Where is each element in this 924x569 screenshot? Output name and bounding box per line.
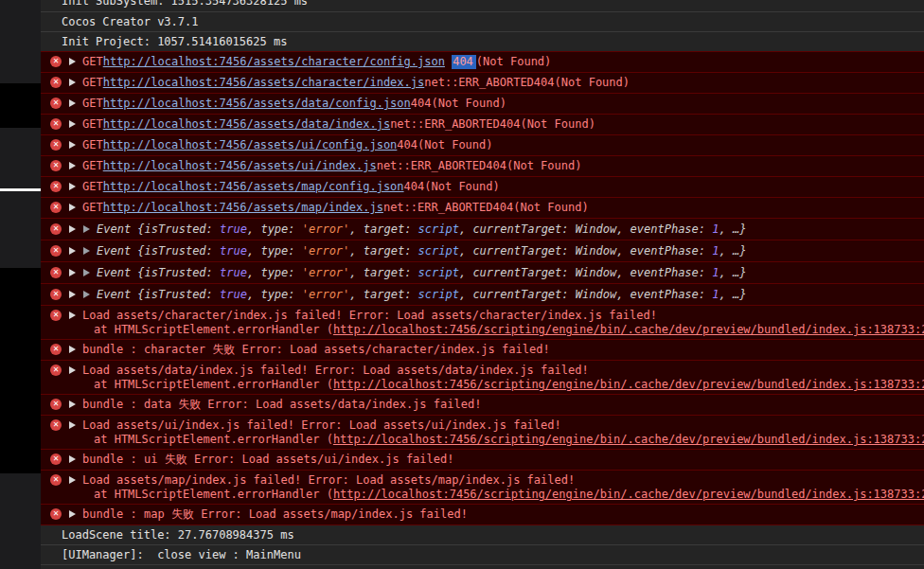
spacer	[445, 55, 452, 69]
expand-triangle-icon[interactable]	[69, 247, 76, 255]
console-input-row[interactable]: ❯	[41, 564, 924, 569]
event-token: , type:	[247, 222, 302, 236]
console-row-gutter: ✕	[50, 180, 76, 192]
console-bundle-error-row: ✕bundle : data 失败 Error: Load assets/dat…	[41, 394, 924, 415]
object-expand-triangle-icon[interactable]	[83, 269, 90, 276]
request-method-label: GET	[82, 76, 103, 90]
game-viewport-white-divider	[0, 188, 41, 191]
request-method-label: GET	[82, 97, 103, 111]
expand-triangle-icon[interactable]	[69, 421, 76, 429]
event-object-preview[interactable]: Event {isTrusted: true, type: 'error', t…	[97, 244, 746, 258]
status-code: 404	[404, 180, 425, 194]
expand-triangle-icon[interactable]	[69, 346, 76, 353]
status-note: (Not Found)	[476, 55, 551, 69]
expand-triangle-icon[interactable]	[69, 58, 76, 65]
event-object-preview[interactable]: Event {isTrusted: true, type: 'error', t…	[97, 288, 746, 302]
object-expand-triangle-icon[interactable]	[83, 225, 90, 233]
stack-source-link[interactable]: http://localhost:7456/scripting/engine/b…	[333, 488, 924, 501]
request-url-link[interactable]: http://localhost:7456/assets/character/c…	[103, 55, 445, 69]
console-bundle-error-row: ✕bundle : ui 失败 Error: Load assets/ui/in…	[41, 449, 924, 470]
stack-source-link[interactable]: http://localhost:7456/scripting/engine/b…	[333, 433, 924, 446]
error-circle-x-icon: ✕	[50, 77, 62, 88]
load-error-line1: Load assets/map/index.js failed! Error: …	[82, 473, 924, 488]
request-url-link[interactable]: http://localhost:7456/assets/character/i…	[103, 76, 425, 90]
event-token: script	[418, 288, 459, 301]
network-error-code: net::ERR_ABORTED	[377, 159, 487, 173]
expand-triangle-icon[interactable]	[69, 366, 76, 374]
event-token: Window	[576, 222, 616, 236]
game-viewport-black-block-main	[0, 268, 41, 473]
error-circle-x-icon: ✕	[50, 56, 62, 67]
expand-triangle-icon[interactable]	[69, 141, 76, 149]
expand-triangle-icon[interactable]	[69, 455, 76, 463]
expand-triangle-icon[interactable]	[69, 510, 76, 518]
event-token: true	[220, 266, 247, 279]
expand-triangle-icon[interactable]	[69, 311, 76, 319]
status-note: (Not Found)	[513, 201, 588, 215]
event-token: , …}	[720, 222, 747, 236]
console-row-gutter: ✕	[50, 138, 76, 151]
error-message-lines: Load assets/character/index.js failed! E…	[82, 309, 924, 337]
request-url-link[interactable]: http://localhost:7456/assets/ui/config.j…	[103, 138, 398, 152]
event-token: 1	[712, 222, 719, 236]
expand-triangle-icon[interactable]	[69, 269, 76, 276]
event-token: , …}	[720, 244, 747, 258]
console-event-error-row: ✕Event {isTrusted: true, type: 'error', …	[41, 261, 924, 283]
console-row-gutter: ✕	[50, 473, 76, 486]
event-token: , eventPhase:	[616, 244, 712, 258]
request-url-link[interactable]: http://localhost:7456/assets/map/index.j…	[103, 201, 383, 215]
console-info-text: Cocos Creator v3.7.1	[62, 15, 199, 29]
status-code: 404	[493, 201, 514, 215]
object-expand-triangle-icon[interactable]	[83, 247, 90, 255]
error-circle-x-icon: ✕	[50, 474, 62, 486]
event-token: , eventPhase:	[616, 288, 712, 301]
console-network-error-row: ✕GEThttp://localhost:7456/assets/data/co…	[41, 93, 924, 114]
event-token: script	[418, 222, 459, 236]
stack-source-link[interactable]: http://localhost:7456/scripting/engine/b…	[333, 323, 924, 336]
console-script-load-error-row: ✕Load assets/ui/index.js failed! Error: …	[41, 415, 924, 449]
console-info-row: LoadScene title: 27.76708984375 ms	[41, 525, 924, 544]
expand-triangle-icon[interactable]	[69, 162, 76, 169]
console-info-text: LoadScene title: 27.76708984375 ms	[62, 528, 294, 542]
request-method-label: GET	[82, 138, 103, 152]
request-url-link[interactable]: http://localhost:7456/assets/ui/index.js	[103, 159, 377, 173]
request-url-link[interactable]: http://localhost:7456/assets/data/index.…	[103, 117, 390, 132]
event-token: 1	[712, 266, 719, 279]
object-expand-triangle-icon[interactable]	[83, 291, 90, 298]
stack-trace-line: at HTMLScriptElement.errorHandler (http:…	[94, 378, 924, 392]
error-circle-x-icon: ✕	[50, 267, 62, 278]
expand-triangle-icon[interactable]	[69, 183, 76, 190]
stack-frame-prefix: at HTMLScriptElement.errorHandler (	[94, 323, 333, 336]
request-url-link[interactable]: http://localhost:7456/assets/data/config…	[103, 97, 411, 111]
screenshot-stage: Init SubSystem: 1515.354736328125 msCoco…	[0, 0, 924, 569]
error-circle-x-icon: ✕	[50, 419, 62, 431]
console-network-error-row: ✕GEThttp://localhost:7456/assets/charact…	[41, 72, 924, 93]
event-object-preview[interactable]: Event {isTrusted: true, type: 'error', t…	[97, 222, 746, 237]
expand-triangle-icon[interactable]	[69, 79, 76, 86]
console-row-gutter: ✕	[50, 117, 76, 130]
stack-source-link[interactable]: http://localhost:7456/scripting/engine/b…	[333, 378, 924, 391]
expand-triangle-icon[interactable]	[69, 99, 76, 107]
event-object-preview[interactable]: Event {isTrusted: true, type: 'error', t…	[97, 266, 746, 280]
event-token: , currentTarget:	[459, 266, 576, 279]
event-token: Window	[576, 288, 616, 301]
console-script-load-error-row: ✕Load assets/map/index.js failed! Error:…	[41, 470, 924, 504]
error-circle-x-icon: ✕	[50, 399, 62, 410]
expand-triangle-icon[interactable]	[69, 476, 76, 484]
expand-triangle-icon[interactable]	[69, 120, 76, 128]
request-method-label: GET	[82, 201, 103, 215]
error-circle-x-icon: ✕	[50, 365, 62, 376]
console-row-gutter: ✕	[50, 309, 76, 321]
network-error-code: net::ERR_ABORTED	[383, 201, 493, 215]
event-token: 1	[712, 244, 719, 258]
console-row-gutter: ✕	[50, 244, 90, 257]
console-event-error-row: ✕Event {isTrusted: true, type: 'error', …	[41, 240, 924, 261]
expand-triangle-icon[interactable]	[69, 225, 76, 233]
expand-triangle-icon[interactable]	[69, 291, 76, 298]
error-circle-x-icon: ✕	[50, 289, 62, 300]
event-token: true	[220, 222, 247, 236]
request-url-link[interactable]: http://localhost:7456/assets/map/config.…	[103, 180, 404, 194]
expand-triangle-icon[interactable]	[69, 400, 76, 408]
expand-triangle-icon[interactable]	[69, 204, 76, 211]
network-error-code: net::ERR_ABORTED	[424, 76, 534, 90]
